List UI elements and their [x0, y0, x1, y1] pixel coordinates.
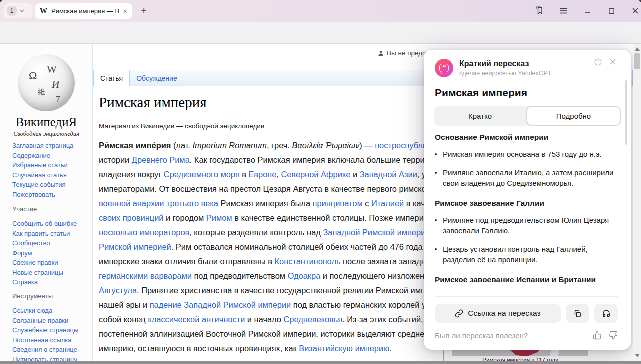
- summary-bullet: Цезарь установил контроль над Галлией, р…: [435, 244, 618, 265]
- page-scrollbar[interactable]: [633, 44, 641, 361]
- article-link[interactable]: Константинополь: [275, 257, 341, 266]
- scroll-up-icon[interactable]: [635, 47, 640, 51]
- article-text: Βασιλεία Ῥωμαίων: [292, 141, 359, 150]
- article-link[interactable]: Римом: [206, 213, 232, 222]
- tab-strip: 1 W Римская империя — Ви × +: [0, 0, 641, 22]
- sidebar-link[interactable]: Свежие правки: [12, 258, 77, 268]
- scrollbar-thumb[interactable]: [634, 53, 640, 69]
- sidebar-link[interactable]: Случайная статья: [12, 170, 73, 180]
- article-link[interactable]: Средневековья: [283, 315, 342, 324]
- article-text: , которые разделяли контроль над: [189, 228, 323, 237]
- article-link[interactable]: Северной Африке: [281, 170, 350, 179]
- sidebar-link[interactable]: Ссылки сюда: [12, 306, 78, 316]
- horizontal-scrollbar[interactable]: [0, 361, 641, 364]
- article-text: и городом: [163, 213, 206, 222]
- sidebar-link[interactable]: Новые страницы: [12, 268, 77, 278]
- scroll-down-icon[interactable]: [635, 354, 640, 357]
- article-link[interactable]: Европе: [248, 170, 276, 179]
- tab-brief[interactable]: Кратко: [434, 106, 526, 126]
- wiki-nav-tools: Ссылки сюдаСвязанные правкиСлужебные стр…: [12, 306, 78, 364]
- copy-link-button[interactable]: Ссылка на пересказ: [435, 304, 561, 323]
- sidebar-link[interactable]: Заглавная страница: [12, 141, 73, 151]
- summary-bullet-text: Римляне под предводительством Юлия Цезар…: [443, 215, 618, 236]
- article-text: и: [350, 170, 359, 179]
- summary-bullet: Римляне завоевали Италию, а затем расшир…: [435, 167, 618, 189]
- article-link[interactable]: Одоакра: [288, 271, 321, 280]
- article-text: под предводительством: [192, 271, 288, 280]
- sidebar-link[interactable]: Как править статьи: [12, 229, 77, 239]
- article-text: в: [240, 170, 249, 179]
- wiki-section-participation: Участие: [12, 205, 82, 215]
- sidebar-link[interactable]: Сообщить об ошибке: [12, 219, 77, 229]
- tab-detailed[interactable]: Подробно: [526, 106, 621, 126]
- listen-button[interactable]: [594, 304, 618, 323]
- retell-gradient-icon: “: [435, 59, 453, 77]
- menu-icon[interactable]: [558, 5, 569, 16]
- article-link[interactable]: Италией: [371, 199, 404, 208]
- sidebar-link[interactable]: Справка: [12, 277, 77, 287]
- wiki-logo-title[interactable]: ВикипедиЯ: [0, 115, 93, 129]
- sidebar-link[interactable]: Текущие события: [12, 180, 73, 190]
- sidebar-link[interactable]: Служебные страницы: [12, 325, 78, 335]
- wikipedia-logo[interactable]: Ω W И 維 7: [18, 54, 75, 111]
- summary-panel: “ Краткий пересказ сделан нейросетью Yan…: [424, 50, 631, 350]
- summary-title: Краткий пересказ: [459, 59, 551, 68]
- sidebar-link[interactable]: Связанные правки: [12, 316, 78, 326]
- info-icon[interactable]: [593, 57, 603, 67]
- article-link[interactable]: несколько императоров: [99, 228, 189, 237]
- article-link[interactable]: падение Западной Римской империи: [150, 300, 291, 309]
- wiki-nav-participation: Сообщить об ошибкеКак править статьиСооб…: [12, 219, 77, 287]
- chevron-down-icon: [19, 8, 25, 14]
- thumbs-down-icon[interactable]: [609, 331, 618, 340]
- divider: [435, 296, 618, 297]
- close-window-icon[interactable]: [630, 5, 641, 16]
- sidebar-link[interactable]: Избранные статьи: [12, 160, 73, 170]
- browser-tab[interactable]: W Римская империя — Ви ×: [35, 3, 132, 19]
- sidebar-link[interactable]: Содержание: [12, 151, 73, 161]
- tab-close-icon[interactable]: ×: [123, 7, 127, 15]
- article-link[interactable]: Средиземного моря: [164, 170, 240, 179]
- article-text: и последующего низложения: [320, 271, 435, 280]
- article-link[interactable]: Западной Азии: [360, 170, 417, 179]
- article-text: с: [363, 199, 371, 208]
- article-text: истории: [99, 155, 132, 164]
- panel-scrollbar[interactable]: [625, 80, 627, 145]
- tab-talk[interactable]: Обсуждение: [130, 70, 184, 86]
- sidebar-toggle-icon[interactable]: [534, 5, 545, 16]
- maximize-icon[interactable]: [606, 5, 617, 16]
- summary-subtitle: сделан нейросетью YandexGPT: [459, 70, 551, 77]
- article-link[interactable]: Древнего Рима: [132, 155, 190, 164]
- close-panel-icon[interactable]: [608, 57, 618, 67]
- summary-article-title: Римская империя: [435, 87, 527, 99]
- article-link[interactable]: Византийскую империю: [299, 344, 389, 353]
- feedback-question: Был ли пересказ полезен?: [435, 331, 593, 340]
- article-link[interactable]: принципатом: [313, 199, 363, 208]
- sidebar-link[interactable]: Постоянная ссылка: [12, 335, 78, 345]
- summary-bullet-text: Римляне под предводительством Помпея и Ц…: [443, 291, 618, 292]
- sidebar-link[interactable]: Сообщество: [12, 238, 77, 248]
- browser-toolbar: Я ru.wikipedia.org Римская империя — Вик…: [0, 22, 641, 44]
- wiki-section-tools: Инструменты: [12, 292, 82, 302]
- new-tab-button[interactable]: +: [138, 5, 149, 16]
- article-text: и начало: [245, 315, 283, 324]
- article-text: ) —: [359, 141, 375, 150]
- summary-section-heading: Римское завоевание Галлии: [435, 199, 618, 208]
- tab-article[interactable]: Статья: [93, 70, 130, 86]
- tab-count-badge: 1: [7, 6, 17, 16]
- sidebar-link[interactable]: Сведения о странице: [12, 345, 78, 355]
- sidebar-link[interactable]: Пожертвовать: [12, 190, 73, 200]
- summary-bullet-text: Римская империя основана в 753 году до н…: [443, 149, 602, 160]
- copy-text-button[interactable]: [566, 304, 589, 323]
- bullet-dot-icon: [435, 248, 437, 250]
- minimize-icon[interactable]: [582, 5, 593, 16]
- person-icon: [377, 50, 384, 57]
- article-text: .: [389, 344, 392, 353]
- article-link[interactable]: Западной Римской империей: [323, 228, 434, 237]
- thumbs-up-icon[interactable]: [593, 331, 602, 340]
- tab-counter[interactable]: 1: [4, 3, 33, 18]
- user-status[interactable]: Вы не предст: [377, 49, 429, 57]
- article-link[interactable]: военной анархии третьего века: [99, 199, 218, 208]
- sidebar-link[interactable]: Форум: [12, 248, 77, 258]
- article-link[interactable]: классической античности: [148, 315, 245, 324]
- wiki-sidebar: Ω W И 維 7 ВикипедиЯ Свободная энциклопед…: [0, 44, 93, 361]
